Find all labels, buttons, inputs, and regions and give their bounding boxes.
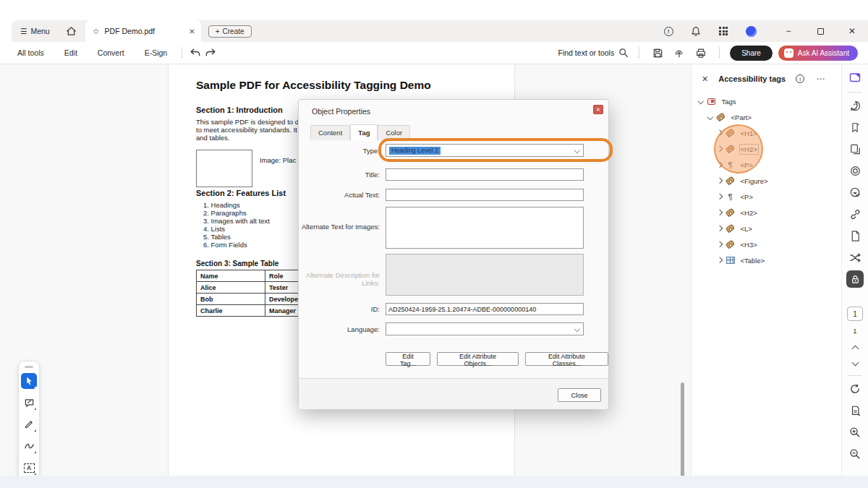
- tab-color[interactable]: Color: [378, 125, 410, 140]
- find-button[interactable]: Find text or tools: [558, 48, 629, 58]
- home-button[interactable]: [57, 20, 85, 42]
- notifications-button[interactable]: [690, 25, 702, 37]
- edit-attribute-classes-button[interactable]: Edit Attribute Classes...: [525, 352, 608, 366]
- chevron-right-icon[interactable]: [717, 226, 723, 231]
- add-comment-tool[interactable]: [21, 395, 37, 411]
- panel-more-icon[interactable]: ⋯: [816, 74, 825, 84]
- chevron-right-icon[interactable]: [717, 194, 723, 200]
- convert-menu[interactable]: Convert: [88, 48, 135, 57]
- document-scrollbar[interactable]: [681, 382, 684, 488]
- print-button[interactable]: [693, 45, 709, 61]
- upload-cloud-button[interactable]: [671, 45, 687, 61]
- tab-tag[interactable]: Tag: [350, 124, 378, 140]
- right-tools-rail: 1: [841, 64, 868, 476]
- accessibility-check-rail-button[interactable]: [846, 184, 864, 201]
- title-input[interactable]: [386, 168, 584, 181]
- edit-menu[interactable]: Edit: [54, 48, 88, 57]
- dialog-close-button[interactable]: ✕: [593, 105, 603, 114]
- bookmarks-rail-button[interactable]: [846, 119, 864, 136]
- account-button[interactable]: [745, 25, 757, 37]
- chevron-right-icon[interactable]: [717, 210, 723, 215]
- redo-button[interactable]: [203, 45, 218, 61]
- all-tools-menu[interactable]: All tools: [0, 48, 54, 57]
- javascript-rail-button[interactable]: [846, 227, 864, 244]
- panel-info-icon[interactable]: i: [796, 74, 804, 83]
- alt-text-textarea[interactable]: [386, 207, 584, 249]
- tag-tree-item-h1[interactable]: <H1>: [692, 125, 841, 141]
- tag-tree-item-h3[interactable]: <H3>: [692, 236, 841, 252]
- chevron-right-icon[interactable]: [717, 130, 723, 136]
- tab-content[interactable]: Content: [310, 125, 350, 140]
- minimize-button[interactable]: −: [783, 25, 794, 37]
- alt-desc-field-row: Alternate Description for Links:: [299, 254, 608, 296]
- table-row: Charlie Manager: [197, 305, 315, 317]
- tag-tree-item-h2[interactable]: <H2>: [692, 205, 841, 221]
- actual-text-input[interactable]: [386, 189, 584, 201]
- zoom-in-button[interactable]: [846, 424, 864, 441]
- add-text-tool[interactable]: A: [21, 460, 37, 476]
- select-tool[interactable]: [21, 373, 37, 389]
- chevron-down-icon[interactable]: [698, 98, 704, 104]
- attachments-rail-button[interactable]: [846, 205, 864, 223]
- chevron-right-icon[interactable]: [717, 178, 723, 184]
- dialog-close-action-button[interactable]: Close: [558, 388, 601, 402]
- draw-tool[interactable]: [21, 438, 37, 454]
- next-page-button[interactable]: [851, 359, 859, 367]
- tag-tree-item-h2-selected[interactable]: <H2>: [692, 141, 841, 157]
- panel-close-icon[interactable]: ✕: [702, 74, 708, 84]
- edit-attribute-objects-button[interactable]: Edit Attribute Objects...: [437, 352, 519, 366]
- previous-page-button[interactable]: [851, 346, 859, 353]
- export-page-button[interactable]: [846, 402, 864, 419]
- tag-tree-item-l[interactable]: <L>: [692, 221, 841, 236]
- type-dropdown[interactable]: Heading Level 2: [386, 144, 584, 157]
- star-icon[interactable]: ☆: [93, 27, 100, 36]
- id-input[interactable]: [386, 303, 584, 315]
- undo-button[interactable]: [187, 45, 203, 61]
- chevron-right-icon[interactable]: [717, 146, 723, 152]
- zoom-out-button[interactable]: [846, 445, 864, 463]
- tag-tree-item-tags-root[interactable]: Tags: [692, 93, 841, 109]
- share-button[interactable]: Share: [730, 46, 773, 61]
- ask-ai-assistant-button[interactable]: Ask AI Assistant: [778, 46, 858, 61]
- document-tab[interactable]: ☆ PDF Demo.pdf ✕: [85, 20, 201, 42]
- tag-tree-item-p[interactable]: ¶ <P>: [692, 189, 841, 205]
- edit-tag-button[interactable]: Edit Tag...: [386, 352, 430, 366]
- chevron-right-icon[interactable]: [717, 241, 723, 247]
- language-dropdown[interactable]: [386, 322, 584, 335]
- alt-desc-textarea: [386, 254, 584, 296]
- list-item: 3. Images with alt text: [203, 217, 270, 225]
- menu-button[interactable]: ☰ Menu: [12, 20, 57, 42]
- maximize-button[interactable]: [814, 25, 826, 37]
- reading-order-rail-button[interactable]: [846, 249, 864, 266]
- create-tab-button[interactable]: + Create: [208, 25, 252, 38]
- chevron-right-icon[interactable]: [717, 257, 723, 263]
- apps-button[interactable]: [718, 25, 729, 37]
- doc-section3-heading: Section 3: Sample Table: [196, 260, 278, 267]
- account-avatar: [746, 26, 757, 37]
- page-thumbnails-rail-button[interactable]: [846, 140, 864, 158]
- esign-menu[interactable]: E-Sign: [135, 48, 178, 57]
- highlight-tool[interactable]: [21, 416, 37, 432]
- tag-tree-item-part[interactable]: <Part>: [692, 109, 841, 125]
- tab-close-icon[interactable]: ✕: [189, 27, 195, 35]
- actual-text-field-row: Actual Text:: [299, 189, 608, 201]
- tag-tree-item-figure[interactable]: <Figure>: [692, 173, 841, 189]
- minimize-icon: −: [786, 26, 791, 36]
- palette-drag-handle[interactable]: [25, 366, 33, 368]
- close-window-button[interactable]: ✕: [846, 25, 858, 37]
- rotate-page-button[interactable]: [846, 380, 864, 398]
- page-number-input[interactable]: [847, 307, 863, 321]
- tag-tree-item-p[interactable]: ¶ <P>: [692, 157, 841, 173]
- chevron-right-icon[interactable]: [717, 162, 723, 168]
- features-list: 1. Headings 2. Paragraphs 3. Images with…: [203, 201, 270, 249]
- tag-tree-item-table[interactable]: <Table>: [692, 252, 841, 268]
- accessibility-tags-rail-button[interactable]: [846, 69, 864, 86]
- security-rail-button[interactable]: [846, 270, 864, 288]
- destinations-rail-button[interactable]: [846, 162, 864, 179]
- chevron-down-icon[interactable]: [707, 114, 713, 120]
- save-button[interactable]: [650, 45, 665, 61]
- bookmark-icon: [849, 121, 861, 134]
- comments-rail-button[interactable]: [846, 97, 864, 114]
- sync-status-button[interactable]: !: [663, 25, 674, 37]
- type-selected-value: Heading Level 2: [389, 147, 441, 155]
